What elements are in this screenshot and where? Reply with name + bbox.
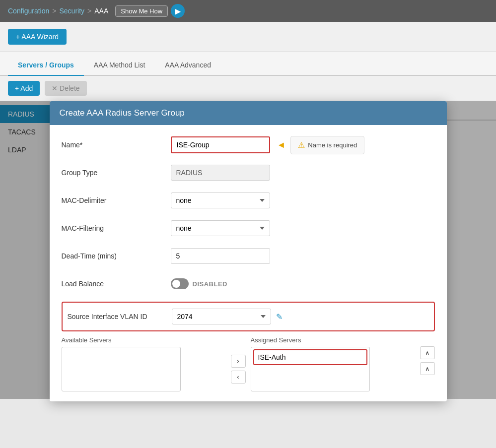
show-me-how-arrow-button[interactable]: ▶ (171, 4, 185, 18)
warning-icon: ⚠ (298, 140, 305, 150)
transfer-buttons-container: › ‹ (226, 346, 251, 391)
sort-buttons-container: ∧ ∧ (415, 346, 435, 391)
aaa-nav-current: AAA (94, 7, 108, 15)
assigned-servers-label: Assigned Servers (251, 336, 415, 344)
nav-sep-1: > (52, 7, 56, 15)
dead-time-control-wrap (171, 248, 435, 264)
modal-overlay: Create AAA Radius Server Group Name* ◄ ⚠… (0, 101, 496, 399)
source-vlan-label: Source Interface VLAN ID (68, 313, 172, 320)
dead-time-form-row: Dead-Time (mins) (62, 246, 435, 266)
load-balance-label: Load Balance (62, 280, 171, 288)
mac-filtering-label: MAC-Filtering (62, 224, 171, 232)
assigned-servers-section: Assigned Servers ISE-Auth (251, 336, 415, 391)
security-nav-link[interactable]: Security (59, 7, 84, 15)
nav-sep-2: > (87, 7, 91, 15)
modal-body: Name* ◄ ⚠ Name is required Group Type (50, 125, 447, 401)
mac-delimiter-label: MAC-Delimiter (62, 196, 171, 204)
load-balance-toggle-wrap: DISABLED (171, 278, 227, 289)
show-me-how-container: Show Me How ▶ (115, 4, 185, 18)
name-input[interactable] (171, 136, 270, 153)
tab-servers-groups[interactable]: Servers / Groups (8, 55, 84, 76)
source-vlan-select[interactable]: 2074 2075 2076 (172, 309, 271, 324)
vlan-row-container: Source Interface VLAN ID 2074 2075 2076 … (62, 302, 435, 331)
error-message: Name is required (308, 141, 357, 149)
source-vlan-control-wrap: 2074 2075 2076 ✎ (172, 309, 429, 324)
aaa-wizard-button[interactable]: + AAA Wizard (8, 29, 67, 45)
group-type-control-wrap: RADIUS (171, 165, 435, 181)
assigned-servers-list[interactable]: ISE-Auth (251, 347, 370, 391)
main-tabs-container: Servers / Groups AAA Method List AAA Adv… (0, 52, 496, 76)
available-servers-label: Available Servers (62, 336, 226, 344)
create-server-group-modal: Create AAA Radius Server Group Name* ◄ ⚠… (50, 101, 447, 401)
add-button[interactable]: + Add (8, 81, 40, 96)
modal-header: Create AAA Radius Server Group (50, 101, 447, 125)
name-label: Name* (62, 141, 171, 149)
mac-delimiter-form-row: MAC-Delimiter none colon hyphen dot (62, 191, 435, 210)
load-balance-toggle[interactable] (171, 278, 189, 289)
assigned-server-item-ise-auth[interactable]: ISE-Auth (253, 349, 367, 365)
configuration-nav-link[interactable]: Configuration (8, 7, 49, 15)
modal-title: Create AAA Radius Server Group (60, 108, 185, 118)
group-type-form-row: Group Type RADIUS (62, 163, 435, 183)
content-area: RADIUS TACACS LDAP Servers Server Groups… (0, 101, 496, 399)
wizard-bar: + AAA Wizard (0, 22, 496, 52)
transfer-right-button[interactable]: › (231, 355, 246, 368)
show-me-how-button[interactable]: Show Me How (115, 5, 168, 17)
name-error-tooltip: ⚠ Name is required (290, 136, 364, 154)
mac-filtering-control-wrap: none mac ip (171, 220, 435, 236)
arrow-icon: ▶ (175, 6, 181, 16)
group-type-label: Group Type (62, 169, 171, 177)
load-balance-state-label: DISABLED (193, 280, 227, 288)
dead-time-input[interactable] (171, 248, 270, 264)
error-arrow-icon: ◄ (277, 140, 286, 150)
source-vlan-form-row: Source Interface VLAN ID 2074 2075 2076 … (63, 307, 434, 326)
edit-vlan-icon[interactable]: ✎ (276, 312, 283, 321)
delete-button[interactable]: ✕ Delete (45, 81, 86, 96)
sort-up-button-2[interactable]: ∧ (420, 362, 435, 375)
load-balance-control-wrap: DISABLED (171, 278, 435, 289)
dead-time-label: Dead-Time (mins) (62, 252, 171, 260)
available-servers-list[interactable] (62, 347, 181, 391)
mac-delimiter-select[interactable]: none colon hyphen dot (171, 192, 270, 208)
name-form-row: Name* ◄ ⚠ Name is required (62, 135, 435, 155)
top-navigation: Configuration > Security > AAA Show Me H… (0, 0, 496, 22)
mac-filtering-select[interactable]: none mac ip (171, 220, 270, 236)
tab-aaa-method-list[interactable]: AAA Method List (84, 55, 155, 76)
sort-up-button-1[interactable]: ∧ (420, 346, 435, 359)
group-type-value: RADIUS (171, 165, 270, 181)
transfer-left-button[interactable]: ‹ (231, 371, 246, 384)
tab-aaa-advanced[interactable]: AAA Advanced (155, 55, 221, 76)
available-servers-section: Available Servers (62, 336, 226, 391)
mac-delimiter-control-wrap: none colon hyphen dot (171, 192, 435, 208)
action-bar: + Add ✕ Delete (0, 76, 496, 101)
load-balance-form-row: Load Balance DISABLED (62, 274, 435, 294)
mac-filtering-form-row: MAC-Filtering none mac ip (62, 218, 435, 238)
name-control-wrap: ◄ ⚠ Name is required (171, 136, 435, 154)
